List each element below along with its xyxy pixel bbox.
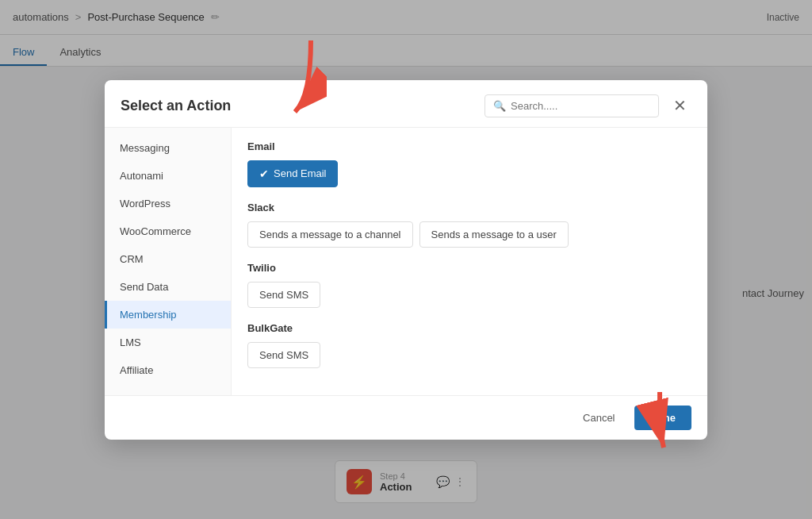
section-title-slack: Slack	[247, 202, 691, 213]
section-title-twilio: Twilio	[247, 262, 691, 274]
search-box[interactable]: 🔍	[485, 94, 659, 117]
modal-overlay: Select an Action 🔍 ✕ Messaging Autonami …	[0, 0, 812, 519]
sidebar-item-woocommerce[interactable]: WooCommerce	[105, 217, 231, 245]
modal-header: Select an Action 🔍 ✕	[105, 80, 707, 128]
section-title-email: Email	[247, 140, 691, 152]
search-icon: 🔍	[493, 100, 506, 112]
slack-user-button[interactable]: Sends a message to a user	[419, 221, 569, 248]
sidebar-item-senddata[interactable]: Send Data	[105, 273, 231, 301]
bulkgate-sms-label: Send SMS	[259, 349, 308, 361]
modal-sidebar: Messaging Autonami WordPress WooCommerce…	[105, 128, 232, 395]
close-button[interactable]: ✕	[668, 96, 691, 115]
select-action-modal: Select an Action 🔍 ✕ Messaging Autonami …	[105, 80, 707, 440]
twilio-sms-button[interactable]: Send SMS	[247, 282, 320, 308]
send-email-label: Send Email	[274, 167, 326, 179]
slack-user-label: Sends a message to a user	[431, 229, 557, 240]
sidebar-item-wordpress[interactable]: WordPress	[105, 190, 231, 217]
sidebar-item-membership[interactable]: Membership	[105, 301, 231, 329]
done-button[interactable]: Done	[634, 406, 692, 430]
twilio-actions: Send SMS	[247, 282, 691, 308]
email-actions: ✔ Send Email	[247, 160, 691, 187]
sidebar-item-messaging[interactable]: Messaging	[105, 134, 231, 162]
bulkgate-actions: Send SMS	[247, 342, 691, 368]
send-email-button[interactable]: ✔ Send Email	[247, 160, 338, 187]
modal-body: Messaging Autonami WordPress WooCommerce…	[105, 128, 707, 395]
modal-title: Select an Action	[121, 98, 475, 114]
slack-channel-button[interactable]: Sends a message to a channel	[247, 221, 413, 248]
checkmark-icon: ✔	[259, 167, 269, 180]
twilio-sms-label: Send SMS	[259, 289, 308, 301]
modal-footer: Cancel Done	[105, 395, 707, 440]
sidebar-item-autonami[interactable]: Autonami	[105, 162, 231, 190]
modal-content-area: Email ✔ Send Email Slack Sends a message…	[232, 128, 707, 395]
sidebar-item-affiliate[interactable]: Affiliate	[105, 356, 231, 384]
slack-actions: Sends a message to a channel Sends a mes…	[247, 221, 691, 248]
section-title-bulkgate: BulkGate	[247, 322, 691, 334]
slack-channel-label: Sends a message to a channel	[259, 229, 401, 240]
cancel-button[interactable]: Cancel	[572, 406, 626, 430]
bulkgate-sms-button[interactable]: Send SMS	[247, 342, 320, 368]
search-input[interactable]	[511, 100, 650, 112]
sidebar-item-crm[interactable]: CRM	[105, 245, 231, 273]
sidebar-item-lms[interactable]: LMS	[105, 329, 231, 356]
